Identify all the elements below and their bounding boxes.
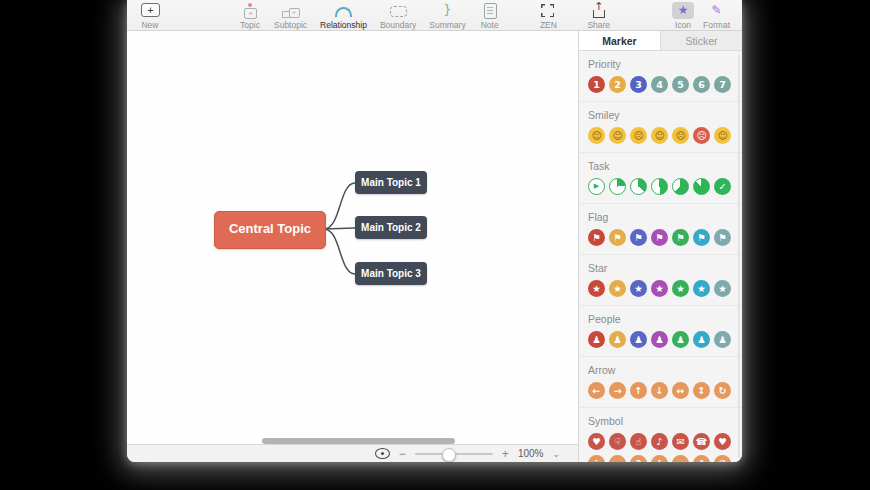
zoom-slider-knob[interactable] <box>442 448 456 462</box>
main-topic-1[interactable]: Main Topic 1 <box>355 171 427 194</box>
marker-symbol-block[interactable]: ∅ <box>714 455 731 462</box>
main-topic-3[interactable]: Main Topic 3 <box>355 262 427 285</box>
symbol-more-glyph: … <box>613 459 623 462</box>
marker-arrow-up-down[interactable]: ↕ <box>693 382 710 399</box>
marker-smiley-cry[interactable]: ☹ <box>630 127 647 144</box>
tab-marker[interactable]: Marker <box>579 31 660 50</box>
marker-star-purple[interactable]: ★ <box>651 280 668 297</box>
toolbar-new-button[interactable]: New <box>139 0 161 30</box>
people-purple-glyph: ♟ <box>655 335 664 345</box>
zoom-in-button[interactable]: + <box>502 449 509 459</box>
marker-people-indigo[interactable]: ♟ <box>630 331 647 348</box>
marker-symbol-phone[interactable]: ☎ <box>693 433 710 450</box>
marker-arrow-up[interactable]: ↑ <box>630 382 647 399</box>
subtopic-icon-glyph <box>280 2 302 19</box>
marker-priority-4[interactable]: 4 <box>651 76 668 93</box>
marker-star-red[interactable]: ★ <box>588 280 605 297</box>
marker-symbol-more[interactable]: … <box>609 455 626 462</box>
marker-symbol-lock[interactable]: ✉ <box>672 433 689 450</box>
marker-flag-indigo[interactable]: ⚑ <box>630 229 647 246</box>
marker-task-quarter[interactable] <box>609 178 626 195</box>
toolbar-format-button[interactable]: Format <box>703 0 730 30</box>
toolbar-format-label: Format <box>703 20 730 30</box>
zoom-dropdown-chevron-icon[interactable]: ⌄ <box>552 449 560 459</box>
marker-star-orange[interactable]: ★ <box>609 280 626 297</box>
marker-flag-orange[interactable]: ⚑ <box>609 229 626 246</box>
marker-priority-6[interactable]: 6 <box>693 76 710 93</box>
marker-task-done[interactable]: ✓ <box>714 178 731 195</box>
pitch-mode-eye-icon[interactable] <box>375 448 390 459</box>
marker-people-purple[interactable]: ♟ <box>651 331 668 348</box>
marker-flag-cyan[interactable]: ⚑ <box>693 229 710 246</box>
right-sidebar: MarkerSticker Priority1234567Smiley☺☺☹☺☹… <box>579 31 742 462</box>
toolbar-boundary-button[interactable]: Boundary <box>380 0 416 30</box>
smiley-angry-glyph: ☹ <box>697 131 707 141</box>
marker-symbol-question[interactable]: ? <box>630 455 647 462</box>
marker-people-green[interactable]: ♟ <box>672 331 689 348</box>
marker-people-red[interactable]: ♟ <box>588 331 605 348</box>
sidebar-scrollbar[interactable] <box>738 55 740 458</box>
marker-task-seven-eighths[interactable] <box>693 178 710 195</box>
marker-flag-gray[interactable]: ⚑ <box>714 229 731 246</box>
marker-symbol-exclamation[interactable]: ! <box>651 455 668 462</box>
marker-people-orange[interactable]: ♟ <box>609 331 626 348</box>
central-topic[interactable]: Central Topic <box>214 211 326 249</box>
marker-star-green[interactable]: ★ <box>672 280 689 297</box>
mindmap-canvas[interactable]: Central Topic Main Topic 1Main Topic 2Ma… <box>127 31 578 444</box>
marker-priority-2[interactable]: 2 <box>609 76 626 93</box>
toolbar-note-button[interactable]: Note <box>479 0 501 30</box>
toolbar-relationship-button[interactable]: Relationship <box>320 0 367 30</box>
marker-symbol-heart[interactable]: ♥ <box>588 433 605 450</box>
marker-symbol-thumbs-down[interactable]: ☟ <box>609 433 626 450</box>
icon-icon <box>672 2 694 19</box>
marker-star-indigo[interactable]: ★ <box>630 280 647 297</box>
zoom-level-value[interactable]: 100% <box>518 448 544 459</box>
marker-flag-green[interactable]: ⚑ <box>672 229 689 246</box>
marker-task-five-eighths[interactable] <box>672 178 689 195</box>
toolbar-share-button[interactable]: Share <box>587 0 610 30</box>
marker-priority-3[interactable]: 3 <box>630 76 647 93</box>
marker-symbol-pause[interactable]: ‖ <box>693 455 710 462</box>
horizontal-scrollbar[interactable] <box>262 438 455 444</box>
marker-task-three-eighths[interactable] <box>630 178 647 195</box>
marker-star-gray[interactable]: ★ <box>714 280 731 297</box>
marker-symbol-thumbs-up[interactable]: ☝ <box>630 433 647 450</box>
marker-task-start[interactable]: ▶ <box>588 178 605 195</box>
marker-task-half[interactable] <box>651 178 668 195</box>
marker-smiley-surprise[interactable]: ☺ <box>651 127 668 144</box>
marker-arrow-right[interactable]: → <box>609 382 626 399</box>
toolbar-subtopic-button[interactable]: Subtopic <box>274 0 307 30</box>
marker-arrow-down[interactable]: ↓ <box>651 382 668 399</box>
marker-smiley-tear[interactable]: ☹ <box>672 127 689 144</box>
marker-priority-7[interactable]: 7 <box>714 76 731 93</box>
marker-arrow-left-right[interactable]: ↔ <box>672 382 689 399</box>
marker-priority-5[interactable]: 5 <box>672 76 689 93</box>
toolbar-zen-button[interactable]: ZEN <box>537 0 559 30</box>
tab-sticker[interactable]: Sticker <box>660 31 742 50</box>
toolbar-summary-button[interactable]: Summary <box>429 0 465 30</box>
marker-smiley-smile[interactable]: ☺ <box>609 127 626 144</box>
marker-people-gray[interactable]: ♟ <box>714 331 731 348</box>
marker-symbol-wrong[interactable]: × <box>672 455 689 462</box>
marker-people-cyan[interactable]: ♟ <box>693 331 710 348</box>
zoom-slider[interactable] <box>415 453 493 455</box>
marker-symbol-music[interactable]: ♪ <box>651 433 668 450</box>
zoom-out-button[interactable]: − <box>399 449 406 459</box>
marker-priority-1[interactable]: 1 <box>588 76 605 93</box>
toolbar-topic-button[interactable]: Topic <box>239 0 261 30</box>
arrow-left-right-glyph: ↔ <box>677 386 685 396</box>
marker-flag-purple[interactable]: ⚑ <box>651 229 668 246</box>
marker-arrow-refresh[interactable]: ↻ <box>714 382 731 399</box>
marker-symbol-info[interactable]: i <box>588 455 605 462</box>
marker-smiley-laugh[interactable]: ☺ <box>588 127 605 144</box>
main-topic-2[interactable]: Main Topic 2 <box>355 216 427 239</box>
marker-smiley-boring[interactable]: ☺ <box>714 127 731 144</box>
marker-flag-red[interactable]: ⚑ <box>588 229 605 246</box>
marker-smiley-angry[interactable]: ☹ <box>693 127 710 144</box>
marker-arrow-left[interactable]: ← <box>588 382 605 399</box>
people-green-glyph: ♟ <box>676 335 685 345</box>
star-gray-glyph: ★ <box>718 284 727 294</box>
marker-star-cyan[interactable]: ★ <box>693 280 710 297</box>
marker-symbol-broken-heart[interactable]: ♥ <box>714 433 731 450</box>
toolbar-icon-button[interactable]: Icon <box>672 0 694 30</box>
